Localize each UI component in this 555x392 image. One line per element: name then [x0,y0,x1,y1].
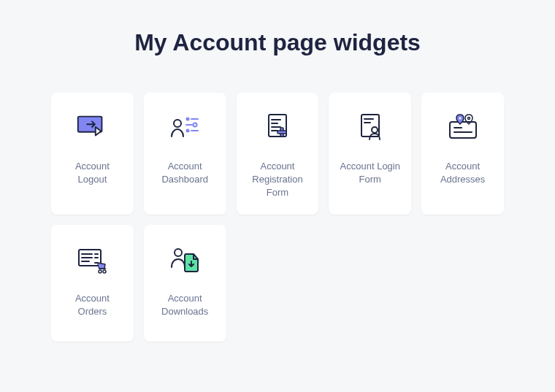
svg-rect-19 [450,122,476,138]
registration-form-icon [260,110,295,145]
svg-point-32 [175,249,182,256]
logout-icon [74,110,110,145]
widget-account-addresses[interactable]: Account Addresses [421,93,504,215]
widget-label: Account Login Form [337,160,403,186]
svg-point-1 [174,120,181,127]
svg-point-6 [186,129,190,133]
widget-label: Account Orders [59,292,125,318]
widget-label: Account Addresses [430,160,496,186]
widget-account-orders[interactable]: Account Orders [51,225,134,342]
widget-account-login-form[interactable]: Account Login Form [329,93,411,215]
widget-label: Account Dashboard [152,160,218,186]
widget-account-downloads[interactable]: Account Downloads [144,225,226,342]
widget-grid: Account Logout Account Dashboard [51,93,504,342]
svg-point-31 [103,270,106,273]
widget-label: Account Downloads [152,292,218,318]
widget-account-dashboard[interactable]: Account Dashboard [144,93,226,215]
widget-label: Account Registration Form [245,160,310,200]
svg-rect-14 [278,131,286,134]
downloads-icon [167,242,202,277]
orders-icon [74,242,110,277]
page-title: My Account page widgets [51,29,504,56]
widget-account-registration-form[interactable]: Account Registration Form [237,93,319,215]
svg-point-4 [194,123,197,127]
dashboard-icon [167,110,202,145]
widget-label: Account Logout [59,160,125,186]
widget-account-logout[interactable]: Account Logout [51,93,134,215]
svg-point-22 [459,118,461,120]
svg-point-23 [467,118,470,120]
addresses-icon [445,110,481,145]
login-form-icon [353,110,388,145]
svg-point-18 [372,127,378,133]
svg-point-2 [186,118,190,121]
svg-point-30 [99,270,102,273]
